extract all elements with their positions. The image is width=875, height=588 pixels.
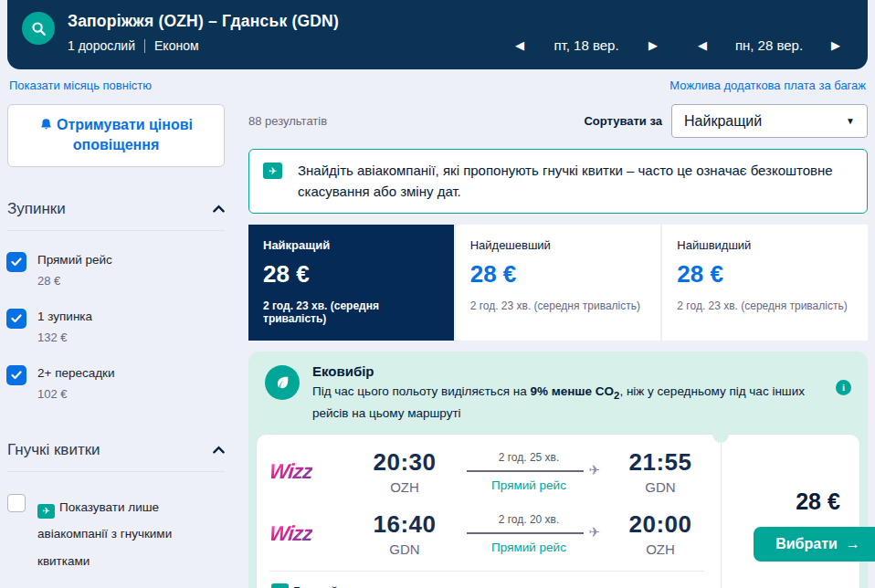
leg-duration: 2 год. 20 хв.: [461, 513, 596, 526]
return-prev-icon[interactable]: ◀: [694, 37, 711, 53]
bell-icon: [39, 118, 53, 131]
checkbox-checked-icon[interactable]: [7, 310, 26, 328]
search-icon[interactable]: [22, 12, 55, 45]
checkbox-checked-icon[interactable]: [7, 366, 26, 384]
cabin-class: Економ: [154, 38, 199, 53]
filter-one-stop[interactable]: 1 зупинка 132 €: [7, 310, 225, 344]
arrow-right-icon: →: [846, 536, 860, 552]
ticket-notch-top: [712, 426, 729, 443]
flexible-tickets-header[interactable]: Гнучкі квитки: [7, 441, 225, 472]
tab-fastest[interactable]: Найшвидший 28 € 2 год. 23 хв. (середня т…: [660, 225, 868, 341]
return-date: пн, 28 вер.: [711, 37, 828, 53]
leaf-icon: [265, 365, 300, 400]
price-alerts-button[interactable]: Отримувати цінові оповіщення: [7, 104, 225, 167]
flight-search-page: Запоріжжя (OZH) – Гданськ (GDN) 1 доросл…: [0, 0, 875, 588]
leg-stops: Прямий рейс: [461, 478, 596, 492]
filter-flexible-only[interactable]: ✈Показувати лише авіакомпанії з гнучкими…: [7, 494, 225, 575]
filter-two-plus-stops[interactable]: 2+ пересадки 102 €: [7, 366, 225, 401]
sort-tabs: Найкращий 28 € 2 год. 23 хв. (середня тр…: [248, 225, 868, 341]
route-line: ✈: [467, 470, 584, 472]
sort-value: Найкращий: [684, 113, 762, 130]
sort-label: Сортувати за: [584, 114, 662, 128]
baggage-fee-link[interactable]: Можлива додаткова плата за багаж: [669, 79, 866, 92]
search-header: Запоріжжя (OZH) – Гданськ (GDN) 1 доросл…: [7, 0, 868, 69]
flexible-tickets-notice: ✈ Знайдіть авіакомпанії, які пропонують …: [248, 149, 868, 214]
results-main: 88 результатів Сортувати за Найкращий ▼ …: [248, 104, 868, 588]
chevron-up-icon: [213, 446, 225, 454]
depart-next-icon[interactable]: ▶: [645, 37, 661, 53]
return-leg: Wizz 16:40 GDN 2 год. 20 хв. ✈ Прямий ре…: [269, 510, 704, 557]
return-next-icon[interactable]: ▶: [828, 37, 844, 53]
show-full-month-link[interactable]: Показати місяць повністю: [9, 79, 152, 92]
arrival-code: GDN: [617, 479, 704, 495]
total-price: 28 €: [796, 488, 840, 515]
leg-stops: Прямий рейс: [461, 541, 596, 554]
results-count: 88 результатів: [248, 114, 327, 128]
eco-description: Під час цього польоту виділяється на 9% …: [312, 382, 823, 425]
flex-ticket-icon: ✈: [37, 504, 55, 519]
notice-text: Знайдіть авіакомпанії, які пропонують гн…: [298, 160, 853, 203]
select-button[interactable]: Вибрати →: [754, 527, 875, 562]
stops-section: Зупинки Прямий рейс 28 €: [7, 200, 225, 401]
sort-dropdown[interactable]: Найкращий ▼: [671, 104, 868, 138]
chevron-up-icon: [213, 205, 225, 213]
arrival-time: 21:55: [617, 448, 704, 477]
plane-icon: ✈: [588, 462, 600, 478]
outbound-leg: Wizz 20:30 OZH 2 год. 25 хв. ✈ Прямий ре…: [269, 448, 704, 495]
flexible-tickets-section: Гнучкі квитки ✈Показувати лише авіакомпа…: [7, 441, 225, 575]
route-title: Запоріжжя (OZH) – Гданськ (GDN): [68, 12, 339, 31]
departure-time: 16:40: [361, 510, 448, 539]
departure-code: OZH: [361, 479, 448, 495]
arrival-time: 20:00: [617, 510, 704, 539]
leg-duration: 2 год. 25 хв.: [461, 451, 596, 464]
depart-date-nav: ◀ пт, 18 вер. ▶: [511, 21, 661, 69]
info-icon[interactable]: i: [836, 380, 851, 395]
caret-down-icon: ▼: [846, 116, 855, 126]
checkbox-checked-icon[interactable]: [7, 253, 26, 271]
departure-time: 20:30: [361, 448, 448, 477]
tab-cheapest[interactable]: Найдешевший 28 € 2 год. 23 хв. (середня …: [454, 225, 661, 341]
route-line: ✈: [467, 532, 584, 534]
eco-title: Ековибір: [312, 363, 823, 379]
departure-code: GDN: [361, 541, 448, 557]
wizzair-logo: Wizz: [269, 521, 314, 546]
arrival-code: OZH: [617, 541, 704, 557]
plane-icon: ✈: [588, 524, 600, 541]
tab-best[interactable]: Найкращий 28 € 2 год. 23 хв. (середня тр…: [248, 225, 454, 341]
flex-ticket-icon: ✈: [263, 163, 282, 179]
passenger-count: 1 дорослий: [68, 38, 135, 53]
eco-choice-group: Ековибір Під час цього польоту виділяєть…: [248, 352, 868, 588]
stops-section-header[interactable]: Зупинки: [7, 200, 225, 231]
checkbox-unchecked-icon[interactable]: [7, 494, 26, 512]
flex-ticket-icon: ✈: [271, 583, 289, 588]
flight-result-card[interactable]: Wizz 20:30 OZH 2 год. 25 хв. ✈ Прямий ре…: [256, 434, 860, 588]
depart-date: пт, 18 вер.: [528, 37, 645, 53]
wizzair-logo: Wizz: [269, 459, 314, 484]
separator: [144, 39, 145, 53]
filters-sidebar: Отримувати цінові оповіщення Зупинки Пря…: [7, 104, 225, 588]
filter-direct-flights[interactable]: Прямий рейс 28 €: [7, 253, 225, 288]
depart-prev-icon[interactable]: ◀: [511, 37, 528, 53]
return-date-nav: ◀ пн, 28 вер. ▶: [694, 21, 844, 69]
price-panel: 28 € Вибрати →: [721, 435, 875, 588]
flexible-ticket-row: ✈ Гнучкий квиток: [269, 572, 704, 588]
